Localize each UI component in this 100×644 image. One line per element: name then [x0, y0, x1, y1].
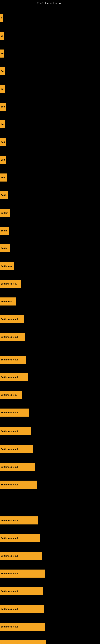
bar-label: Bottleneck result — [0, 537, 18, 539]
bar-label: Bott — [0, 106, 5, 108]
bar-label: Bottleneck result — [0, 318, 18, 320]
bar-label: Bot — [0, 70, 4, 72]
bar: Bottleneck resu — [0, 280, 21, 288]
bar: Bottleneck r — [0, 298, 16, 306]
bar-row: Bottleneck result — [0, 426, 100, 436]
bar-label: Bot — [0, 88, 4, 90]
bar-label: Bottleneck result — [0, 519, 18, 522]
bar-row: Bottleneck result — [0, 568, 100, 578]
bar: Bot — [0, 85, 5, 93]
bars-container: BBoBoBotBotBottBotBottBottBottBottleBott… — [0, 6, 100, 644]
bar-row: Bott — [0, 137, 100, 147]
bar-row: Bottle — [0, 226, 100, 236]
bar: Bottleneck result — [0, 480, 37, 489]
bar-row: Bottleneck result — [0, 622, 100, 632]
bar: Bott — [0, 103, 6, 111]
bar: Bottlen — [0, 244, 10, 252]
bar-row: Bottlen — [0, 208, 100, 218]
bar: Bottleneck result — [0, 463, 35, 471]
bar: Bottleneck result — [0, 315, 24, 323]
bar-row: Bot — [0, 84, 100, 94]
bar-label: Bottleneck result — [0, 643, 18, 644]
bar-row: Bottleneck result — [0, 444, 100, 454]
bar-label: Bottleneck result — [0, 430, 18, 432]
bar-row: Bottle — [0, 190, 100, 200]
site-title: TheBottlenecker.com — [0, 0, 100, 6]
bar-label: Bottleneck result — [0, 411, 18, 414]
bar-row: Bottlen — [0, 243, 100, 253]
bar-row: Bottleneck result — [0, 408, 100, 418]
bar-label: Bottleneck result — [0, 590, 18, 592]
bar: Bo — [0, 32, 3, 40]
bar-label: Bottleneck result — [0, 448, 18, 450]
bar-row: Bo — [0, 31, 100, 41]
bar-row: Bottleneck result — [0, 604, 100, 614]
bar-row: Bottleneck resu — [0, 390, 100, 400]
bar-row: Bot — [0, 119, 100, 130]
bar: Bottleneck result — [0, 605, 44, 613]
bar-label: Bottleneck result — [0, 336, 18, 338]
bar-label: Bottlen — [0, 212, 8, 214]
bar-row: Bottleneck result — [0, 354, 100, 365]
bar-row: Bottleneck result — [0, 516, 100, 526]
bar-row: B — [0, 13, 100, 23]
bar-label: Bott — [0, 158, 5, 161]
bar: Bottle — [0, 226, 9, 235]
bar-row: Bottleneck — [0, 261, 100, 271]
bar-row: Bottleneck result — [0, 462, 100, 472]
bar-label: Bottleneck resu — [0, 282, 17, 285]
bar-row: Bott — [0, 155, 100, 165]
bar: Bottleneck result — [0, 333, 25, 341]
bar-label: Bo — [0, 34, 3, 37]
bar-row: Bottleneck result — [0, 551, 100, 561]
bar: Bott — [0, 156, 6, 164]
bar-label: Bottleneck result — [0, 376, 18, 378]
bar: Bo — [0, 50, 3, 58]
bar-label: Bottleneck result — [0, 626, 18, 628]
bar-row: Bottleneck result — [0, 372, 100, 382]
bar: Bot — [0, 120, 5, 128]
bar-row: Bottleneck r — [0, 296, 100, 306]
bar: B — [0, 14, 3, 22]
bar-label: Bottleneck resu — [0, 394, 17, 396]
bar-row: Bottleneck result — [0, 639, 100, 644]
bar-label: Bottleneck r — [0, 300, 13, 303]
bar-label: Bottleneck result — [0, 555, 18, 557]
bar-label: B — [0, 17, 2, 19]
bar: Bot — [0, 67, 5, 75]
bar: Bottleneck result — [0, 356, 26, 364]
bar-row: Bottleneck result — [0, 480, 100, 490]
bar-row: Bottleneck result — [0, 332, 100, 342]
bar-label: Bottleneck — [0, 265, 12, 267]
bar: Bottleneck result — [0, 640, 46, 644]
bar: Bottleneck result — [0, 516, 38, 524]
bar: Bottleneck — [0, 262, 14, 270]
bar-label: Bot — [0, 123, 4, 126]
bar: Bottleneck result — [0, 587, 43, 595]
bar: Bottleneck result — [0, 445, 33, 453]
bar: Bottleneck result — [0, 623, 45, 631]
bar: Bott — [0, 138, 6, 146]
bar-row: Bottleneck result — [0, 533, 100, 543]
bar-label: Bott — [0, 141, 5, 143]
bar: Bottleneck result — [0, 552, 42, 560]
bar-label: Bottleneck result — [0, 466, 18, 468]
bar-row: Bo — [0, 48, 100, 58]
bar-label: Bottleneck result — [0, 608, 18, 610]
bar-row: Bot — [0, 66, 100, 76]
bar-row: Bottleneck result — [0, 314, 100, 324]
bar-label: Bottlen — [0, 247, 8, 250]
bar-label: Bottle — [0, 230, 7, 232]
bar-row: Bottleneck result — [0, 586, 100, 596]
bar-label: Bott — [0, 176, 5, 179]
bar: Bott — [0, 174, 7, 182]
bar: Bottleneck result — [0, 570, 45, 578]
bar-row: Bott — [0, 102, 100, 112]
bar: Bottle — [0, 191, 8, 199]
bar-label: Bottle — [0, 194, 7, 196]
bar: Bottleneck result — [0, 534, 40, 542]
bar: Bottleneck result — [0, 427, 31, 435]
bar: Bottleneck result — [0, 408, 29, 416]
bar: Bottleneck result — [0, 373, 28, 381]
bar: Bottleneck resu — [0, 391, 22, 399]
